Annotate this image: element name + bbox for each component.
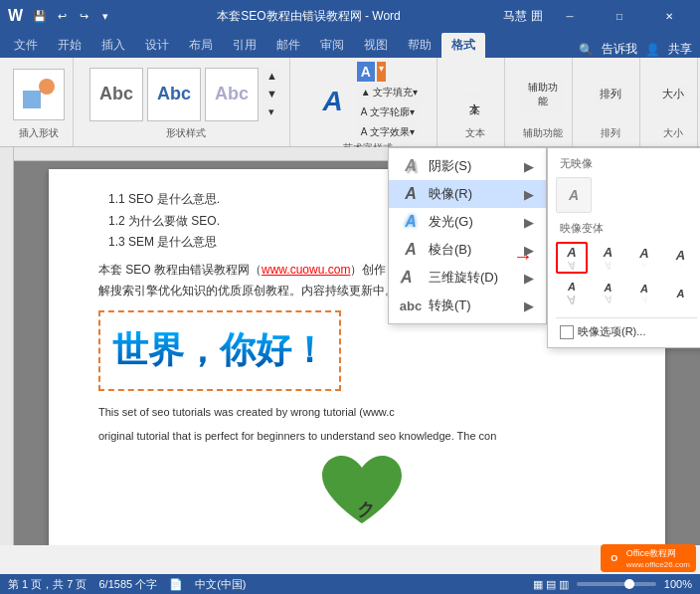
zoom-slider[interactable]: [577, 582, 656, 586]
reflect-options-button[interactable]: 映像选项(R)...: [556, 317, 697, 339]
tab-review[interactable]: 审阅: [310, 33, 354, 58]
badge-brand-name: Office教程网: [626, 547, 690, 560]
tab-insert[interactable]: 插入: [91, 33, 135, 58]
menu-reflect-label: 映像(R): [429, 185, 472, 203]
website-link[interactable]: www.cuowu.com: [262, 263, 350, 277]
tell-me-text[interactable]: 告诉我: [602, 41, 637, 58]
tab-format[interactable]: 格式: [441, 33, 485, 58]
menu-item-3drotate[interactable]: A 三维旋转(D) ▶: [389, 264, 546, 292]
reflect-options-checkbox-icon: [560, 325, 574, 339]
badge-container[interactable]: O Office教程网 www.office26.com: [601, 544, 696, 572]
art-text-highlighted[interactable]: A: [357, 62, 375, 82]
no-reflect-item[interactable]: A: [556, 177, 592, 213]
svg-rect-0: [23, 91, 41, 108]
shadow-arrow-icon: ▶: [524, 159, 534, 174]
arrange-label: 排列: [601, 126, 620, 142]
insert-shape-label: 插入形状: [19, 126, 59, 142]
shadow-icon: A: [401, 157, 421, 175]
maximize-button[interactable]: □: [597, 0, 642, 32]
style-scroll-up[interactable]: ▲: [262, 68, 281, 84]
reflect-options-label: 映像选项(R)...: [578, 324, 645, 339]
customize-qat-button[interactable]: ▾: [96, 7, 114, 25]
ribbon-group-art-style: A A ▾ ▲ 文字填充▾ A 文字轮廓▾ A 文字效果▾: [298, 58, 438, 146]
accessibility-button[interactable]: 辅助功能: [521, 79, 564, 110]
zoom-thumb: [624, 579, 634, 589]
art-text-dropdown-arrow[interactable]: ▾: [377, 62, 386, 82]
shape-icon[interactable]: [13, 69, 65, 120]
no-reflect-section: 无映像 A: [556, 156, 697, 213]
menu-item-shadow[interactable]: A 阴影(S) ▶: [389, 152, 546, 180]
title-bar-right: 马慧 囲 ─ □ ✕: [503, 0, 692, 32]
menu-item-glow[interactable]: A 发光(G) ▶: [389, 208, 546, 236]
english-text-1: This set of seo tutorials was created by…: [98, 403, 615, 423]
arrange-button[interactable]: 排列: [596, 85, 625, 103]
text-fill-button[interactable]: ▲ 文字填充▾: [357, 84, 423, 101]
red-arrow-indicator: →: [513, 245, 533, 268]
text-button[interactable]: 文本: [463, 93, 486, 97]
reflection-submenu: 无映像 A 映像变体 A A A A A: [547, 147, 700, 348]
ribbon-group-text: 文本 文本: [445, 58, 505, 146]
reflect-variant-8[interactable]: A: [665, 278, 697, 309]
reflect-variant-2[interactable]: A A: [593, 242, 624, 274]
share-label[interactable]: 共享: [668, 41, 692, 58]
size-button[interactable]: 大小: [658, 85, 688, 103]
menu-item-transform[interactable]: abc 转换(T) ▶: [389, 292, 546, 319]
tab-home[interactable]: 开始: [48, 33, 91, 58]
style-expand[interactable]: ▾: [262, 103, 281, 120]
reflect-variant-7[interactable]: A A: [628, 278, 660, 309]
3drotate-icon: A: [401, 268, 420, 288]
ribbon-group-insert-shape: 插入形状: [4, 58, 74, 146]
accessibility-label: 辅助功能: [523, 126, 563, 142]
chinese-big-text: 世界，你好！: [112, 329, 327, 370]
text-label: 文本: [465, 126, 485, 142]
search-icon: 🔍: [579, 43, 594, 57]
menu-glow-label: 发光(G): [429, 213, 473, 231]
title-bar-title: 本套SEO教程由错误教程网 - Word: [114, 8, 503, 25]
style-scroll-down[interactable]: ▼: [262, 86, 281, 101]
transform-arrow-icon: ▶: [524, 298, 534, 313]
chinese-text-box[interactable]: 世界，你好！: [98, 310, 341, 391]
ribbon-group-size: 大小 大小: [648, 58, 698, 146]
style-box-2[interactable]: Abc: [147, 68, 201, 121]
glow-arrow-icon: ▶: [524, 215, 534, 230]
reflect-variant-3[interactable]: A A: [628, 242, 660, 274]
share-icon: 👤: [645, 43, 660, 57]
reflect-variant-6[interactable]: A A: [593, 278, 624, 309]
style-box-1[interactable]: Abc: [89, 68, 143, 121]
save-button[interactable]: 💾: [31, 7, 49, 25]
ribbon-group-accessibility: 辅助功能 辅助功能: [513, 58, 573, 146]
reflect-variant-1[interactable]: A A: [556, 242, 588, 274]
minimize-button[interactable]: ─: [547, 0, 593, 32]
undo-button[interactable]: ↩: [53, 7, 71, 25]
close-button[interactable]: ✕: [646, 0, 692, 32]
english-text-2: original tutorial that is perfect for be…: [98, 427, 615, 447]
style-box-3[interactable]: Abc: [205, 68, 259, 121]
user-name: 马慧: [503, 8, 527, 25]
reflect-variant-4[interactable]: A A: [665, 242, 697, 274]
tab-design[interactable]: 设计: [135, 33, 179, 58]
status-right: ▦ ▤ ▥ 100%: [533, 578, 692, 591]
redo-button[interactable]: ↪: [75, 7, 92, 25]
tab-help[interactable]: 帮助: [398, 33, 441, 58]
text-outline-button[interactable]: A 文字轮廓▾: [357, 103, 419, 121]
text-effect-button[interactable]: A 文字效果▾: [357, 123, 419, 141]
badge-url: www.office26.com: [626, 560, 690, 569]
tab-layout[interactable]: 布局: [179, 33, 223, 58]
title-bar: W 💾 ↩ ↪ ▾ 本套SEO教程由错误教程网 - Word 马慧 囲 ─ □ …: [0, 0, 700, 32]
3drotate-arrow-icon: ▶: [524, 271, 534, 286]
reflect-variant-title: 映像变体: [556, 221, 697, 236]
shape-style-label: 形状样式: [166, 126, 206, 142]
office-logo-icon: O: [607, 550, 622, 566]
tab-references[interactable]: 引用: [223, 33, 266, 58]
title-bar-left: W 💾 ↩ ↪ ▾: [8, 7, 114, 25]
tab-view[interactable]: 视图: [354, 33, 398, 58]
logo-area: ク: [98, 450, 615, 541]
menu-item-reflect[interactable]: A 映像(R) ▶: [389, 180, 546, 208]
reflect-variant-5[interactable]: A A: [556, 278, 588, 309]
vertical-ruler: [0, 147, 14, 545]
edit-icon: 📄: [169, 578, 183, 591]
bottom-text: continuously updated.: [98, 541, 615, 545]
reflect-variant-section: 映像变体 A A A A A A: [556, 221, 697, 309]
tab-mailings[interactable]: 邮件: [266, 33, 310, 58]
tab-file[interactable]: 文件: [4, 33, 48, 58]
